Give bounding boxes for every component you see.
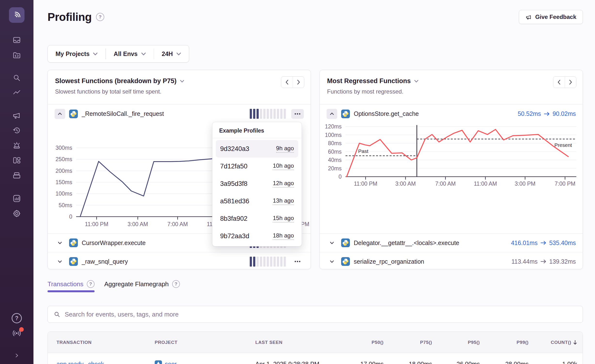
search-icon	[12, 73, 21, 82]
profile-age[interactable]: 13h ago	[273, 197, 294, 205]
profile-item[interactable]: 3a95d3f8 12h ago	[216, 175, 298, 192]
profile-age[interactable]: 10h ago	[273, 162, 294, 170]
expand-row-button[interactable]	[55, 238, 65, 248]
column-header-project[interactable]: PROJECT	[146, 332, 247, 353]
profile-id-link[interactable]: 9b72aa3d	[220, 232, 249, 240]
sidebar-item-stats[interactable]	[0, 191, 33, 206]
sidebar-item-dashboards[interactable]	[0, 153, 33, 168]
row-actions-button[interactable]	[291, 109, 304, 119]
project-link[interactable]: seer	[165, 361, 177, 364]
profile-item[interactable]: 9d3240a3 9h ago	[216, 140, 298, 158]
chevron-down-icon	[141, 52, 146, 55]
column-header-p95[interactable]: P95()	[438, 332, 486, 353]
tab-transactions[interactable]: Transactions ?	[48, 279, 95, 292]
profile-id-link[interactable]: 7d12fa50	[220, 163, 248, 170]
collapse-row-button[interactable]	[327, 109, 337, 119]
profile-age[interactable]: 15h ago	[273, 215, 294, 222]
chevron-down-icon	[330, 260, 334, 263]
sidebar-item-replays[interactable]	[0, 123, 33, 138]
environment-filter-dropdown[interactable]: All Envs	[106, 45, 154, 62]
search-icon	[54, 311, 60, 318]
sentry-logo[interactable]	[9, 7, 24, 23]
profile-age[interactable]: 18h ago	[273, 232, 294, 240]
regression-delta[interactable]: 416.01ms 535.40ms	[511, 239, 576, 246]
sidebar-expand-button[interactable]	[0, 347, 33, 364]
expand-row-button[interactable]	[327, 238, 337, 248]
previous-page-button[interactable]	[553, 77, 565, 88]
profile-item[interactable]: a581ed36 13h ago	[216, 192, 298, 210]
next-page-button[interactable]	[565, 77, 576, 88]
megaphone-icon	[525, 14, 532, 20]
profile-id-link[interactable]: 8b3fa902	[220, 215, 248, 222]
sidebar-item-traces[interactable]	[0, 85, 33, 100]
sidebar-item-releases[interactable]	[0, 168, 33, 183]
profiling-help-icon[interactable]: ?	[96, 13, 104, 21]
search-input[interactable]	[65, 311, 577, 318]
profile-id-link[interactable]: 3a95d3f8	[220, 180, 248, 188]
profile-age[interactable]: 9h ago	[276, 145, 294, 153]
profile-item[interactable]: 7d12fa50 10h ago	[216, 158, 298, 175]
p95-cell: 26.00ms	[438, 353, 486, 364]
svg-text:150ms: 150ms	[56, 179, 72, 185]
regressed-function-chart: 020ms40ms60ms80ms100ms120ms11:00 PM3:00 …	[320, 123, 582, 233]
chevron-up-icon	[330, 112, 334, 115]
sidebar-item-projects[interactable]	[0, 47, 33, 63]
expand-row-button[interactable]	[327, 256, 337, 267]
transaction-link[interactable]: app.ready._check	[56, 361, 104, 364]
svg-text:20ms: 20ms	[328, 165, 342, 172]
svg-text:80ms: 80ms	[328, 140, 342, 146]
sidebar-item-whats-new[interactable]	[0, 326, 33, 341]
profile-item[interactable]: 8b3fa902 15h ago	[216, 210, 298, 227]
next-page-button[interactable]	[293, 77, 304, 88]
function-row: OptionsStore.get_cache 50.52ms 90.02ms	[320, 104, 583, 123]
tab-aggregate-flamegraph[interactable]: Aggregate Flamegraph ?	[104, 279, 180, 292]
profile-id-link[interactable]: a581ed36	[220, 198, 249, 205]
most-regressed-panel: Most Regressed Functions Functions by mo…	[320, 70, 583, 269]
column-header-p75[interactable]: P75()	[390, 332, 438, 353]
siren-icon	[12, 141, 21, 150]
python-platform-icon	[341, 110, 350, 118]
after-value: 90.02ms	[553, 110, 576, 117]
tab-label: Aggregate Flamegraph	[104, 280, 169, 288]
expand-row-button[interactable]	[55, 256, 65, 267]
column-header-last-seen[interactable]: LAST SEEN	[247, 332, 341, 353]
sidebar-item-settings[interactable]	[0, 206, 33, 221]
most-regressed-title-dropdown[interactable]: Most Regressed Functions	[327, 77, 418, 85]
column-header-p99[interactable]: P99()	[486, 332, 535, 353]
function-name: OptionsStore.get_cache	[354, 110, 419, 117]
sidebar-item-feedback[interactable]	[0, 108, 33, 123]
row-actions-button[interactable]	[291, 257, 304, 266]
widget-panels: Slowest Functions (breakdown by P75) Slo…	[48, 70, 583, 269]
profile-item[interactable]: 9b72aa3d 18h ago	[216, 227, 298, 245]
collapse-row-button[interactable]	[55, 109, 65, 119]
project-cell: seer	[146, 353, 247, 364]
folder-code-icon	[12, 50, 21, 60]
chevron-down-icon	[58, 242, 62, 244]
chevron-down-icon	[176, 52, 181, 55]
profile-age[interactable]: 12h ago	[273, 180, 294, 188]
transactions-help-icon[interactable]: ?	[87, 280, 95, 288]
flamegraph-help-icon[interactable]: ?	[172, 280, 180, 288]
profile-id-link[interactable]: 9d3240a3	[220, 145, 249, 153]
project-filter-dropdown[interactable]: My Projects	[48, 45, 105, 62]
sidebar-item-help[interactable]: ?	[0, 311, 33, 326]
sidebar-item-explore[interactable]	[0, 70, 33, 85]
regression-delta[interactable]: 50.52ms 90.02ms	[518, 110, 576, 117]
svg-text:0: 0	[69, 214, 72, 220]
slowest-functions-title-dropdown[interactable]: Slowest Functions (breakdown by P75)	[55, 77, 184, 85]
sidebar-item-alerts[interactable]	[0, 138, 33, 153]
svg-text:7:00 AM: 7:00 AM	[167, 221, 188, 227]
column-header-p50[interactable]: P50()	[341, 332, 390, 353]
function-row: serialize_rpc_organization 113.44ms 139.…	[320, 252, 583, 271]
give-feedback-button[interactable]: Give Feedback	[519, 10, 583, 24]
column-header-count[interactable]: COUNT()	[535, 332, 583, 353]
transactions-table: TRANSACTION PROJECT LAST SEEN P50() P75(…	[48, 332, 583, 364]
regression-delta[interactable]: 113.44ms 139.32ms	[511, 258, 576, 265]
previous-page-button[interactable]	[281, 77, 293, 88]
column-header-transaction[interactable]: TRANSACTION	[48, 332, 146, 353]
chevron-down-icon	[58, 260, 62, 263]
function-row: _RemoteSiloCall._fire_request	[48, 104, 311, 123]
date-range-dropdown[interactable]: 24H	[154, 45, 189, 62]
table-row[interactable]: app.ready._check seer Apr 1, 2025 9:28:3…	[48, 353, 583, 364]
sidebar-item-issues[interactable]	[0, 32, 33, 47]
